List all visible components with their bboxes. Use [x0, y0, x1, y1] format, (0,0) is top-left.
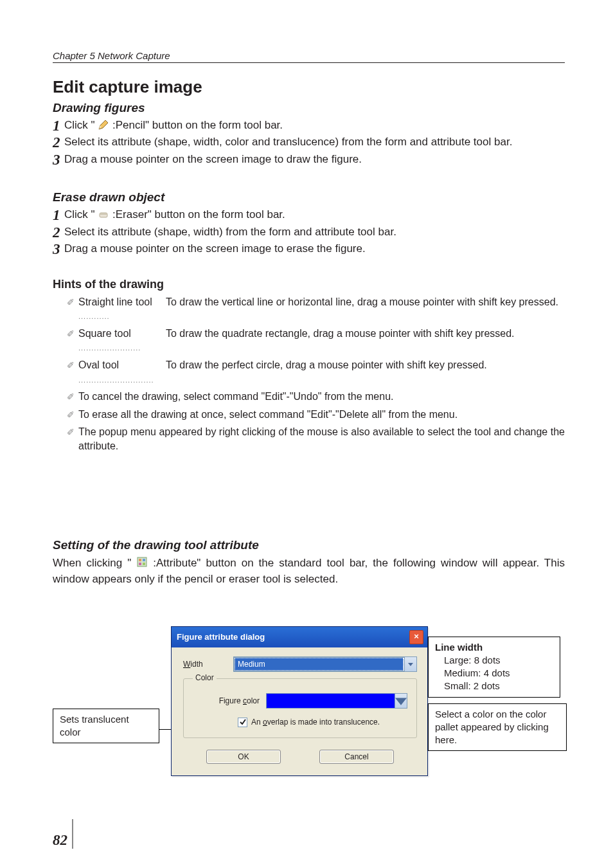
- hint-term: Oval tool .............................: [78, 358, 166, 386]
- erase-step-1: 1 Click " :Eraser" button on the form to…: [53, 207, 565, 224]
- drawing-heading: Drawing figures: [53, 101, 565, 115]
- callout-color-pallet: Select a color on the color pallet appea…: [428, 703, 567, 752]
- step-text-pre: Click ": [64, 208, 95, 221]
- step-text: Select its attribute (shape, width, colo…: [64, 134, 565, 150]
- dialog-illustration: Figure attribute dialog × Width Medium C…: [53, 626, 565, 800]
- close-button[interactable]: ×: [409, 630, 423, 644]
- checkbox-label: An overlap is made into translucence.: [251, 718, 380, 727]
- eraser-icon: [98, 208, 109, 220]
- page-number: 82: [53, 832, 67, 849]
- erase-heading: Erase drawn object: [53, 190, 565, 204]
- callout-translucent: Sets translucent color: [53, 709, 159, 744]
- cancel-button[interactable]: Cancel: [319, 750, 394, 764]
- attr-heading: Setting of the drawing tool attribute: [53, 538, 565, 552]
- erase-step-2: 2 Select its attribute (shape, width) fr…: [53, 224, 565, 241]
- figure-color-label: Figure color: [193, 696, 266, 705]
- hint-item: ✐ Square tool ........................ T…: [67, 327, 565, 354]
- step-text-pre: Click ": [64, 119, 95, 131]
- svg-rect-5: [139, 559, 141, 561]
- svg-marker-10: [395, 698, 407, 705]
- ok-button[interactable]: OK: [206, 750, 281, 764]
- svg-rect-6: [143, 559, 145, 561]
- translucence-checkbox[interactable]: [238, 718, 247, 727]
- callout-line-width: Line width Large: 8 dots Medium: 4 dots …: [428, 637, 560, 698]
- bullet-icon: ✐: [67, 295, 78, 309]
- drawing-step-2: 2 Select its attribute (shape, width, co…: [53, 134, 565, 151]
- hint-text: The popup menu appeared by right clickin…: [78, 425, 565, 453]
- hint-item: ✐ The popup menu appeared by right click…: [67, 425, 565, 453]
- hint-text: To cancel the drawing, select command "E…: [78, 390, 565, 404]
- step-text: Drag a mouse pointer on the screen image…: [64, 152, 565, 168]
- bullet-icon: ✐: [67, 408, 78, 421]
- width-combobox[interactable]: Medium: [233, 656, 417, 672]
- callout-line: Medium: 4 dots: [435, 667, 553, 680]
- svg-rect-7: [139, 563, 141, 565]
- bullet-icon: ✐: [67, 390, 78, 403]
- hint-item: ✐ To erase all the drawing at once, sele…: [67, 408, 565, 422]
- bullet-icon: ✐: [67, 358, 78, 372]
- svg-marker-9: [408, 663, 413, 666]
- hint-def: To draw the vertical line or horizontal …: [166, 295, 565, 309]
- color-group: Color Figure color An overlap is made in…: [183, 678, 417, 738]
- figure-attribute-dialog: Figure attribute dialog × Width Medium C…: [171, 626, 428, 776]
- step-number: 3: [53, 152, 64, 168]
- chevron-down-icon: [404, 657, 416, 671]
- dialog-titlebar: Figure attribute dialog ×: [172, 627, 427, 647]
- svg-rect-8: [143, 563, 145, 565]
- color-group-legend: Color: [193, 673, 217, 682]
- step-number: 3: [53, 241, 64, 258]
- width-label: Width: [183, 660, 233, 669]
- width-value: Medium: [235, 658, 404, 671]
- hint-def: To draw the quadrate rectangle, drag a m…: [166, 327, 565, 341]
- hint-term: Square tool ........................: [78, 327, 166, 354]
- chevron-down-icon: [395, 694, 407, 708]
- drawing-step-1: 1 Click " :Pencil" button on the form to…: [53, 118, 565, 134]
- step-number: 2: [53, 134, 64, 151]
- hint-item: ✐ Oval tool ............................…: [67, 358, 565, 386]
- pencil-icon: [98, 119, 109, 131]
- footer-rule: [72, 819, 73, 849]
- bullet-icon: ✐: [67, 327, 78, 340]
- figure-color-picker[interactable]: [266, 693, 407, 709]
- step-text: Select its attribute (shape, width) from…: [64, 224, 565, 240]
- hint-item: ✐ To cancel the drawing, select command …: [67, 390, 565, 404]
- hints-heading: Hints of the drawing: [53, 278, 565, 291]
- hint-text: To erase all the drawing at once, select…: [78, 408, 565, 422]
- page-title: Edit capture image: [53, 77, 565, 97]
- chapter-header: Chapter 5 Network Capture: [53, 50, 565, 63]
- check-icon: [240, 719, 246, 725]
- callout-title: Line width: [435, 641, 553, 654]
- drawing-step-3: 3 Drag a mouse pointer on the screen ima…: [53, 152, 565, 168]
- step-number: 1: [53, 118, 64, 134]
- callout-line: Large: 8 dots: [435, 654, 553, 667]
- step-text-post: :Eraser" button on the form tool bar.: [112, 208, 285, 221]
- svg-rect-3: [100, 213, 107, 215]
- bullet-icon: ✐: [67, 425, 78, 439]
- step-number: 1: [53, 207, 64, 224]
- attribute-icon: [136, 556, 148, 568]
- dialog-title-text: Figure attribute dialog: [177, 632, 265, 642]
- hint-item: ✐ Straight line tool ............ To dra…: [67, 295, 565, 323]
- attr-body: When clicking " :Attribute" button on th…: [53, 555, 565, 588]
- erase-step-3: 3 Drag a mouse pointer on the screen ima…: [53, 241, 565, 258]
- close-icon: ×: [414, 631, 419, 641]
- hint-def: To draw the perfect circle, drag a mouse…: [166, 358, 565, 372]
- callout-line: Small: 2 dots: [435, 680, 553, 692]
- step-text-post: :Pencil" button on the form tool bar.: [112, 119, 283, 131]
- hint-term: Straight line tool ............: [78, 295, 166, 323]
- hints-list: ✐ Straight line tool ............ To dra…: [53, 295, 565, 453]
- step-text: Drag a mouse pointer on the screen image…: [64, 241, 565, 257]
- step-number: 2: [53, 224, 64, 241]
